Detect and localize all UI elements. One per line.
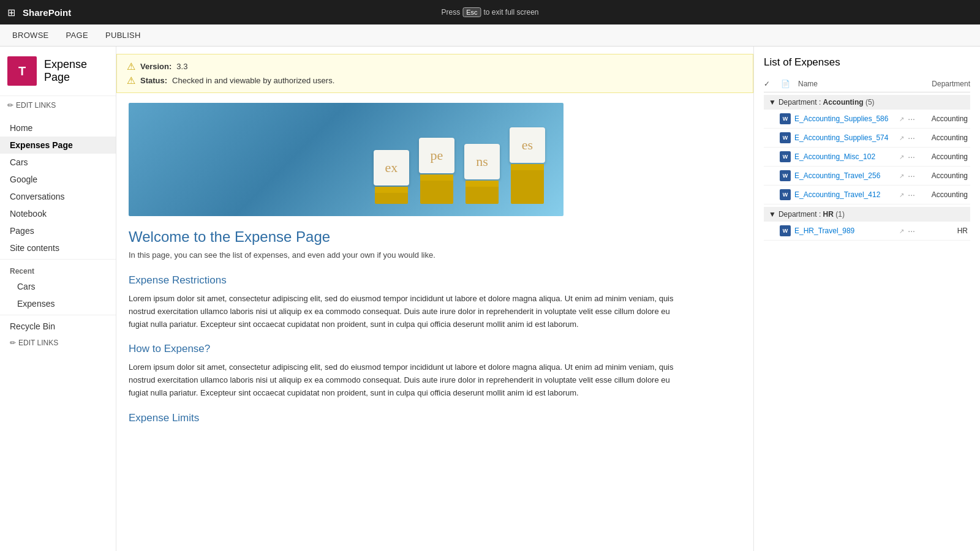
pencil-bottom-icon: ✏ <box>10 339 16 347</box>
coin-tile-4: es <box>510 127 545 163</box>
file-icon-5: W <box>780 189 791 200</box>
hero-image: ex pe ns es <box>129 103 564 216</box>
content-and-panel: ⚠ Version: 3.3 ⚠ Status: Checked in and … <box>116 47 980 551</box>
expense-dept-4: Accounting <box>919 171 968 180</box>
file-icon-hr-1: W <box>780 225 791 236</box>
edit-links-top-button[interactable]: ✏ EDIT LINKS <box>7 100 108 111</box>
recent-label: Recent <box>0 262 116 278</box>
col-check-header: ✓ <box>764 80 776 88</box>
top-bar: ⊞ SharePoint Press Esc to exit full scre… <box>0 0 980 24</box>
status-value: Checked in and viewable by authorized us… <box>172 76 334 85</box>
expense-dept-2: Accounting <box>919 133 968 142</box>
col-icon-header: 📄 <box>781 80 793 88</box>
esc-hint-prefix: Press <box>441 8 460 17</box>
sidebar-item-pages[interactable]: Pages <box>0 222 116 239</box>
file-icon-4: W <box>780 170 791 181</box>
link-icon-1: ↗ <box>899 116 904 122</box>
section-title-limits: Expense Limits <box>129 412 680 424</box>
main-content: Welcome to the Expense Page In this page… <box>116 228 692 424</box>
more-icon-5[interactable]: ··· <box>908 190 915 200</box>
expense-row-accounting-1[interactable]: W E_Accounting_Supplies_586 ↗ ··· Accoun… <box>764 110 970 129</box>
expense-name-1[interactable]: E_Accounting_Supplies_586 <box>794 114 895 123</box>
status-row: ⚠ Status: Checked in and viewable by aut… <box>127 75 743 86</box>
sidebar-item-google[interactable]: Google <box>0 171 116 188</box>
status-label: Status: <box>140 76 167 85</box>
dept-group-hr-label: Department : HR (1) <box>778 210 845 219</box>
coin-tile-1: ex <box>374 150 409 186</box>
esc-hint: Press Esc to exit full screen <box>441 7 538 17</box>
link-icon-4: ↗ <box>899 173 904 179</box>
coin-base-2 <box>420 174 453 204</box>
collapse-hr-icon: ▼ <box>769 210 776 219</box>
recycle-bin[interactable]: Recycle Bin <box>0 318 116 335</box>
coin-base-1 <box>375 187 408 204</box>
waffle-icon[interactable]: ⊞ <box>7 7 15 18</box>
edit-links-top-label: EDIT LINKS <box>16 101 56 110</box>
ribbon-bar: BROWSE PAGE PUBLISH <box>0 24 980 47</box>
more-icon-2[interactable]: ··· <box>908 133 915 143</box>
link-icon-2: ↗ <box>899 135 904 141</box>
expense-name-3[interactable]: E_Accounting_Misc_102 <box>794 152 895 161</box>
link-icon-hr-1: ↗ <box>899 228 904 234</box>
edit-links-bottom-button[interactable]: ✏ EDIT LINKS <box>0 335 116 351</box>
content-scroll: ⚠ Version: 3.3 ⚠ Status: Checked in and … <box>116 47 753 551</box>
expense-row-accounting-5[interactable]: W E_Accounting_Travel_412 ↗ ··· Accounti… <box>764 186 970 204</box>
main-layout: T Expense Page ✏ EDIT LINKS Home Expense… <box>0 47 980 551</box>
warning-icon-2: ⚠ <box>127 75 135 86</box>
section-title-restrictions: Expense Restrictions <box>129 274 680 287</box>
expense-name-hr-1[interactable]: E_HR_Travel_989 <box>794 227 895 235</box>
sidebar-item-recent-cars[interactable]: Cars <box>0 278 116 295</box>
col-dept-header: Department <box>915 80 970 88</box>
welcome-title: Welcome to the Expense Page <box>129 228 680 246</box>
edit-links-bottom-label: EDIT LINKS <box>18 339 58 347</box>
link-icon-5: ↗ <box>899 192 904 198</box>
link-icon-3: ↗ <box>899 154 904 160</box>
file-icon-3: W <box>780 151 791 162</box>
ribbon-tab-publish[interactable]: PUBLISH <box>103 26 143 45</box>
dept-group-accounting[interactable]: ▼ Department : Accounting (5) <box>764 95 970 110</box>
sidebar-item-cars[interactable]: Cars <box>0 154 116 171</box>
welcome-subtitle: In this page, you can see the list of ex… <box>129 250 680 260</box>
sidebar: T Expense Page ✏ EDIT LINKS Home Expense… <box>0 47 116 551</box>
expense-dept-5: Accounting <box>919 190 968 199</box>
expense-dept-hr-1: HR <box>919 227 968 235</box>
version-banner: ⚠ Version: 3.3 ⚠ Status: Checked in and … <box>116 54 753 93</box>
more-icon-1[interactable]: ··· <box>908 114 915 124</box>
more-icon-4[interactable]: ··· <box>908 171 915 181</box>
sidebar-item-conversations[interactable]: Conversations <box>0 188 116 205</box>
sidebar-item-home[interactable]: Home <box>0 119 116 137</box>
sidebar-divider-2 <box>0 315 116 315</box>
more-icon-hr-1[interactable]: ··· <box>908 226 915 236</box>
ribbon-tab-browse[interactable]: BROWSE <box>10 26 51 45</box>
dept-group-accounting-label: Department : Accounting (5) <box>778 98 875 107</box>
expense-row-hr-1[interactable]: W E_HR_Travel_989 ↗ ··· HR <box>764 222 970 241</box>
dept-group-hr[interactable]: ▼ Department : HR (1) <box>764 207 970 222</box>
expense-name-4[interactable]: E_Accounting_Travel_256 <box>794 171 895 180</box>
right-panel: List of Expenses ✓ 📄 Name Department ▼ D… <box>753 47 980 551</box>
expense-dept-1: Accounting <box>919 114 968 123</box>
col-name-header: Name <box>798 80 910 88</box>
expense-row-accounting-4[interactable]: W E_Accounting_Travel_256 ↗ ··· Accounti… <box>764 167 970 186</box>
sidebar-item-recent-expenses[interactable]: Expenses <box>0 295 116 312</box>
app-title: SharePoint <box>23 7 71 18</box>
sidebar-item-site-contents[interactable]: Site contents <box>0 239 116 257</box>
hero-coins: ex pe ns es <box>374 127 545 204</box>
expense-name-5[interactable]: E_Accounting_Travel_412 <box>794 190 895 199</box>
ribbon-tab-page[interactable]: PAGE <box>64 26 91 45</box>
sidebar-nav: Home Expenses Page Cars Google Conversat… <box>0 114 116 356</box>
version-label: Version: <box>140 62 172 71</box>
sidebar-item-expenses-page[interactable]: Expenses Page <box>0 137 116 154</box>
page-title: Expense Page <box>44 58 108 84</box>
more-icon-3[interactable]: ··· <box>908 152 915 162</box>
sidebar-item-notebook[interactable]: Notebook <box>0 205 116 222</box>
expense-row-accounting-3[interactable]: W E_Accounting_Misc_102 ↗ ··· Accounting <box>764 148 970 167</box>
esc-key: Esc <box>462 7 481 17</box>
section-body-restrictions: Lorem ipsum dolor sit amet, consectetur … <box>129 293 680 331</box>
expense-name-2[interactable]: E_Accounting_Supplies_574 <box>794 133 895 142</box>
file-icon-2: W <box>780 132 791 143</box>
warning-icon: ⚠ <box>127 61 135 72</box>
expense-table-header: ✓ 📄 Name Department <box>764 76 970 92</box>
coin-stack-3: ns <box>464 144 500 204</box>
expense-row-accounting-2[interactable]: W E_Accounting_Supplies_574 ↗ ··· Accoun… <box>764 129 970 148</box>
expense-dept-3: Accounting <box>919 152 968 161</box>
